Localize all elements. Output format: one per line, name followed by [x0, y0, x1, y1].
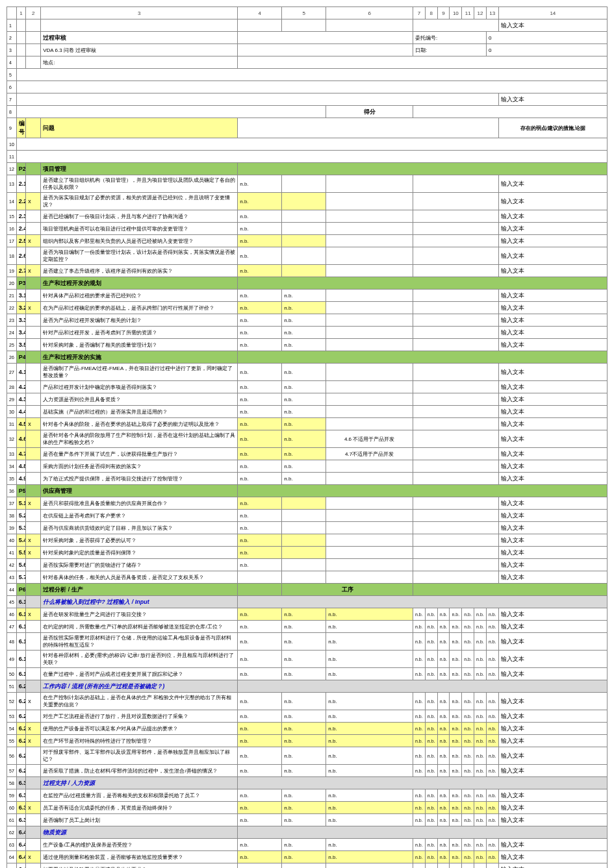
input-cell[interactable]: 输入文本 [498, 547, 607, 559]
question-text: 是否只和获得批准且具备质量能力的供应商开展合作？ [41, 497, 238, 510]
question-code: 2.3 [16, 210, 26, 223]
question-text: 是否建立了项目组织机构（项目管理），并且为项目管理以及团队成员确定了各自的任务以… [41, 175, 238, 193]
question-text: 是否编制了产品-FMEA/过程-FMEA，并在项目进行过程中进行了更新，同时确定… [41, 364, 238, 381]
input-cell[interactable]: 输入文本 [498, 235, 607, 247]
question-code: 6.4.3 [16, 863, 26, 869]
section-title: 项目管理 [41, 163, 238, 175]
question-text: 是否按照实际需要对原材料进行了仓储，所使用的运输工具/包装设备是否与原材料的特殊… [41, 633, 238, 651]
question-code: 4.4 [16, 406, 26, 418]
question-text: 在约定的时间，所需数量/生产订单的原材料是否能够被送至指定的仓库/工位？ [41, 621, 238, 633]
input-cell[interactable]: 输入文本 [498, 497, 607, 510]
input-cell[interactable]: 输入文本 [498, 851, 607, 863]
question-code: 6.3.3 [16, 814, 26, 826]
input-cell[interactable]: 输入文本 [498, 723, 607, 735]
input-cell[interactable]: 输入文本 [498, 789, 607, 802]
input-cell[interactable]: 输入文本 [498, 522, 607, 534]
input-cell[interactable]: 输入文本 [498, 339, 607, 351]
input-cell[interactable]: 输入文本 [498, 668, 607, 680]
question-text: 通过使用的测量和检验装置，是否能够有效地监控质量要求？ [41, 851, 238, 863]
input-cell[interactable]: 输入文本 [498, 19, 607, 32]
question-code: 2.7 [16, 265, 26, 277]
input-cell[interactable]: 输入文本 [498, 510, 607, 522]
question-text: 在供应链上是否考虑到了客户要求？ [41, 510, 238, 522]
question-text: 针对采购对象，是否编制了相关的质量管理计划？ [41, 339, 238, 351]
col-question: 问题 [41, 118, 238, 138]
question-text: 基础实施（产品的和过程的）是否落实并且是适用的？ [41, 406, 238, 418]
input-cell[interactable]: 输入文本 [498, 571, 607, 584]
input-cell[interactable]: 输入文本 [498, 393, 607, 406]
question-code: 2.6 [16, 247, 26, 265]
question-text: 针对各种原材料，必要(需求)的标识/ 记录/ 放行是否到位，并且相应与原材料进行… [41, 651, 238, 668]
input-cell[interactable]: 输入文本 [498, 448, 607, 460]
input-cell[interactable]: 输入文本 [498, 693, 607, 710]
question-text: 是否为产品和过程开发编制了相关的计划？ [41, 314, 238, 327]
input-cell[interactable]: 输入文本 [498, 265, 607, 277]
question-code: 5.1 [16, 497, 26, 510]
question-code: 6.2.5 [16, 747, 26, 765]
input-cell[interactable]: 输入文本 [498, 559, 607, 571]
input-cell[interactable]: 输入文本 [498, 534, 607, 547]
question-text: 是否针对各个具体的阶段放用了生产和控制计划，是否在这些计划的基础上编制了具体的生… [41, 430, 238, 448]
question-text: 针对采购对象约定的质量是否得到保障？ [41, 547, 238, 559]
input-cell[interactable]: 输入文本 [498, 621, 607, 633]
input-cell[interactable]: 输入文本 [498, 633, 607, 651]
input-cell[interactable]: 输入文本 [498, 223, 607, 235]
question-text: 是否为落实项目规划了必要的资源，相关的资源是否已经到位，并且说明了变更情况？ [41, 193, 238, 210]
question-code: 6.1.4 [16, 651, 26, 668]
question-text: 组织内部以及客户那里相关负责的人员是否已经被纳入变更管理？ [41, 235, 238, 247]
input-cell[interactable]: 输入文本 [498, 460, 607, 473]
input-cell[interactable]: 输入文本 [498, 418, 607, 430]
input-cell[interactable]: 输入文本 [498, 863, 607, 869]
question-text: 是否在量产条件下开展了试生产，以便获得批量生产放行？ [41, 448, 238, 460]
input-cell[interactable]: 输入文本 [498, 765, 607, 777]
subsection-title: 过程支持 / 人力资源 [41, 777, 238, 789]
question-code: 5.5 [16, 547, 26, 559]
input-cell[interactable]: 输入文本 [498, 193, 607, 210]
question-text: 项目管理机构是否可以在项目进行过程中提供可靠的变更管理？ [41, 223, 238, 235]
question-code: 6.4.2 [16, 851, 26, 863]
input-cell[interactable]: 输入文本 [498, 608, 607, 621]
input-cell[interactable]: 输入文本 [498, 802, 607, 814]
question-code: 5.4 [16, 534, 26, 547]
input-cell[interactable]: 输入文本 [498, 314, 607, 327]
input-cell[interactable]: 输入文本 [498, 290, 607, 302]
input-cell[interactable]: 输入文本 [498, 247, 607, 265]
question-code: 2.4 [16, 223, 26, 235]
question-code: 2.1 [16, 175, 26, 193]
question-code: 6.2.2 [16, 710, 26, 723]
question-text: 是否已经编制了一份项目计划表，并且与客户进行了协商沟通？ [41, 210, 238, 223]
input-cell[interactable]: 输入文本 [498, 473, 607, 485]
input-cell[interactable]: 输入文本 [498, 735, 607, 747]
question-code: 3.2 [16, 302, 26, 314]
question-code: 4.9 [16, 473, 26, 485]
question-text: 使用的生产设备是否可以满足客户对具体产品提出的要求？ [41, 723, 238, 735]
question-text: 对生产工艺流程是否进行了放行，并且对设置数据进行了采集？ [41, 710, 238, 723]
input-cell[interactable]: 输入文本 [498, 364, 607, 381]
question-code: 6.1.1 [16, 608, 26, 621]
question-code: 5.3 [16, 522, 26, 534]
audit-table: 12345678910111213141输入文本2过程审核委托编号:03VDA … [6, 6, 608, 868]
question-code: 6.1.2 [16, 621, 26, 633]
question-code: 6.3.1 [16, 789, 26, 802]
input-cell[interactable]: 输入文本 [498, 814, 607, 826]
col-weakness: 存在的弱点/建议的措施,论据 [498, 118, 607, 138]
input-cell[interactable]: 输入文本 [498, 302, 607, 314]
input-cell[interactable]: 输入文本 [498, 327, 607, 339]
input-cell[interactable]: 输入文本 [498, 651, 607, 668]
question-text: 是否编制了员工上岗计划 [41, 814, 238, 826]
question-text: 针对产品和过程开发，是否考虑到了所需的资源？ [41, 327, 238, 339]
input-cell[interactable]: 输入文本 [498, 381, 607, 393]
question-code: 4.6 [16, 430, 26, 448]
question-code: 4.5 [16, 418, 26, 430]
input-cell[interactable]: 输入文本 [498, 175, 607, 193]
input-cell[interactable]: 输入文本 [498, 93, 607, 106]
question-text: 针对具体产品和过程的要求是否已经到位？ [41, 290, 238, 302]
input-cell[interactable]: 输入文本 [498, 710, 607, 723]
input-cell[interactable]: 输入文本 [498, 430, 607, 448]
question-code: 6.2.1 [16, 693, 26, 710]
input-cell[interactable]: 输入文本 [498, 839, 607, 851]
input-cell[interactable]: 输入文本 [498, 747, 607, 765]
input-cell[interactable]: 输入文本 [498, 210, 607, 223]
question-code: 6.2.6 [16, 765, 26, 777]
input-cell[interactable]: 输入文本 [498, 406, 607, 418]
